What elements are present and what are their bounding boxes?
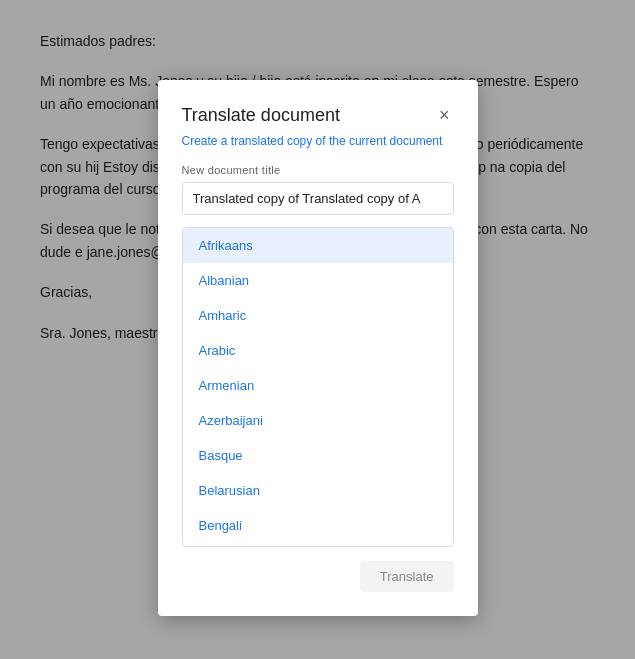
language-item[interactable]: Belarusian — [183, 473, 453, 508]
translate-button[interactable]: Translate — [360, 561, 454, 592]
language-item[interactable]: Basque — [183, 438, 453, 473]
modal-overlay: Translate document × Create a translated… — [0, 0, 635, 659]
language-item[interactable]: Albanian — [183, 263, 453, 298]
translate-modal: Translate document × Create a translated… — [158, 80, 478, 616]
close-button[interactable]: × — [435, 104, 454, 126]
modal-subtitle: Create a translated copy of the current … — [182, 134, 454, 148]
language-item[interactable]: Azerbaijani — [183, 403, 453, 438]
language-item[interactable]: Bosnian — [183, 543, 453, 547]
modal-header: Translate document × — [182, 104, 454, 126]
language-list[interactable]: AfrikaansAlbanianAmharicArabicArmenianAz… — [182, 227, 454, 547]
modal-footer: Translate — [182, 561, 454, 592]
language-item[interactable]: Bengali — [183, 508, 453, 543]
language-item[interactable]: Armenian — [183, 368, 453, 403]
language-item[interactable]: Arabic — [183, 333, 453, 368]
document-title-input[interactable] — [182, 182, 454, 215]
modal-title: Translate document — [182, 105, 340, 126]
language-item[interactable]: Afrikaans — [183, 228, 453, 263]
language-item[interactable]: Amharic — [183, 298, 453, 333]
field-label: New document title — [182, 164, 454, 176]
